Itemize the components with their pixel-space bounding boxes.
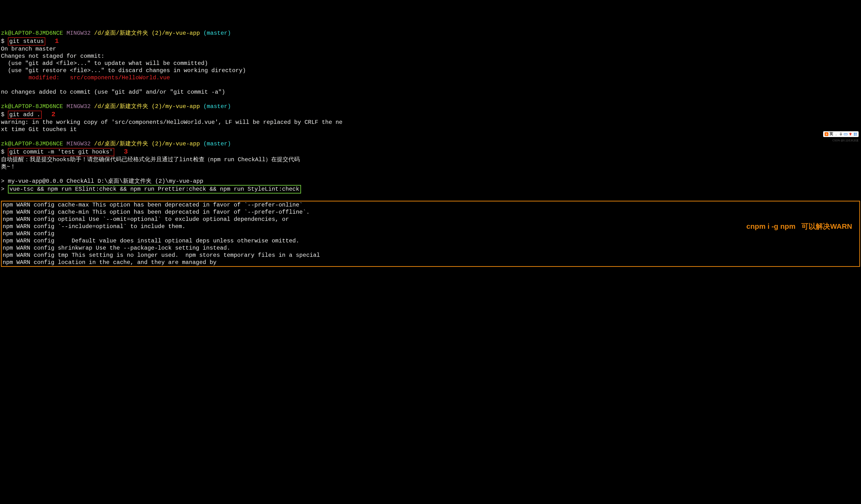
svg-rect-4	[854, 133, 855, 134]
warn-line: npm WARN config optional Use `--omit=opt…	[3, 216, 289, 222]
prompt-user: zk@LAPTOP-8JMD6NCE	[1, 141, 63, 147]
annotation-marker-1: 1	[55, 37, 59, 45]
output-line: (use "git add <file>..." to update what …	[1, 60, 208, 67]
output-line: xt time Git touches it	[1, 126, 77, 133]
prompt-line: zk@LAPTOP-8JMD6NCE MINGW32 /d/桌面/新建文件夹 (…	[1, 103, 231, 110]
skin-icon[interactable]	[849, 132, 852, 136]
sogou-icon: S	[824, 132, 829, 136]
prompt-sigil: $	[1, 111, 8, 118]
prompt-sigil: $	[1, 149, 8, 155]
csdn-watermark: CSDN @0.活在风浪里	[832, 139, 859, 142]
prompt-shell: MINGW32	[67, 103, 91, 110]
checkall-command: vue-tsc && npm run ESlint:check && npm r…	[8, 185, 301, 193]
prompt-path: /d/桌面/新建文件夹 (2)/my-vue-app	[94, 103, 200, 110]
ime-lang-label[interactable]: 英	[829, 132, 833, 137]
output-line: On branch master	[1, 46, 56, 52]
prompt-sigil: $	[1, 38, 8, 44]
output-line-prefix: >	[1, 186, 8, 192]
warn-line: npm WARN config	[3, 230, 54, 237]
prompt-line: zk@LAPTOP-8JMD6NCE MINGW32 /d/桌面/新建文件夹 (…	[1, 141, 231, 147]
output-line: (use "git restore <file>..." to discard …	[1, 67, 246, 74]
prompt-user: zk@LAPTOP-8JMD6NCE	[1, 30, 63, 37]
warn-line: npm WARN config Default value does insta…	[3, 237, 299, 244]
keyboard-icon[interactable]	[844, 132, 848, 136]
warn-block: npm WARN config cache-max This option ha…	[1, 201, 860, 267]
output-modified-file: modified: src/components/HelloWorld.vue	[1, 74, 170, 81]
warn-line: npm WARN config shrinkwrap Use the --pac…	[3, 245, 230, 251]
command-git-add: git add .	[8, 111, 42, 119]
output-line: 自动提醒：我是提交hooks助手！请您确保代码已经格式化并且通过了lint检查（…	[1, 156, 300, 163]
toolbox-icon[interactable]	[853, 132, 857, 136]
prompt-branch: (master)	[203, 30, 231, 37]
svg-rect-7	[856, 134, 857, 136]
mic-icon[interactable]	[839, 132, 843, 136]
command-git-status: git status	[8, 37, 45, 45]
prompt-line: zk@LAPTOP-8JMD6NCE MINGW32 /d/桌面/新建文件夹 (…	[1, 30, 231, 37]
svg-rect-6	[854, 134, 855, 136]
prompt-branch: (master)	[203, 141, 231, 147]
warn-line: npm WARN config cache-max This option ha…	[3, 202, 303, 208]
prompt-path: /d/桌面/新建文件夹 (2)/my-vue-app	[94, 141, 200, 147]
ime-toolbar[interactable]: S 英 ，	[823, 131, 859, 137]
output-line: warning: in the working copy of 'src/com…	[1, 119, 342, 125]
svg-text:S: S	[826, 133, 828, 136]
svg-rect-5	[856, 133, 857, 134]
command-git-commit: git commit -m 'test git hooks'	[8, 148, 114, 156]
output-line: > my-vue-app@0.0.0 CheckAll D:\桌面\新建文件夹 …	[1, 178, 203, 185]
output-line: Changes not staged for commit:	[1, 53, 105, 59]
prompt-path: /d/桌面/新建文件夹 (2)/my-vue-app	[94, 30, 200, 37]
output-line: no changes added to commit (use "git add…	[1, 89, 225, 95]
annotation-marker-2: 2	[51, 111, 55, 118]
warn-line: npm WARN config `--include=optional` to …	[3, 223, 186, 230]
ime-punct-icon[interactable]: ，	[834, 132, 838, 137]
annotation-marker-3: 3	[124, 148, 128, 155]
prompt-user: zk@LAPTOP-8JMD6NCE	[1, 103, 63, 110]
warn-line: npm WARN config location in the cache, a…	[3, 259, 217, 265]
terminal-output[interactable]: zk@LAPTOP-8JMD6NCE MINGW32 /d/桌面/新建文件夹 (…	[1, 30, 860, 267]
warn-line: npm WARN config cache-min This option ha…	[3, 209, 310, 215]
warn-line: npm WARN config tmp This setting is no l…	[3, 252, 320, 258]
prompt-shell: MINGW32	[67, 30, 91, 37]
output-line: 奥~！	[1, 164, 16, 170]
prompt-branch: (master)	[203, 103, 231, 110]
fix-annotation: cnpm i -g npm 可以解决WARN	[746, 222, 852, 231]
prompt-shell: MINGW32	[67, 141, 91, 147]
